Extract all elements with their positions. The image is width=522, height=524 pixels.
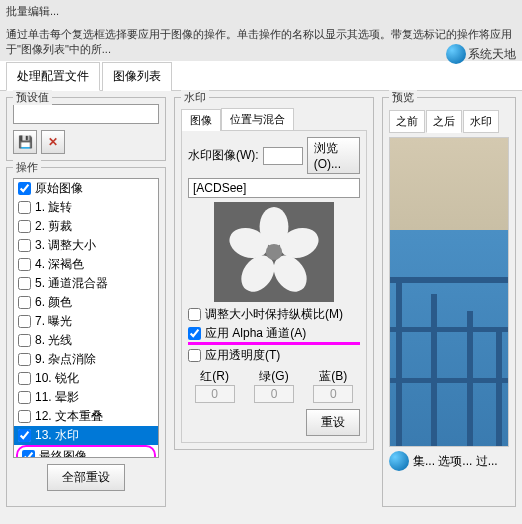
op-rotate[interactable]: 1. 旋转	[14, 198, 158, 217]
op-exposure-check[interactable]	[18, 315, 31, 328]
use-alpha-row[interactable]: 应用 Alpha 通道(A)	[188, 325, 360, 345]
flower-icon	[229, 207, 319, 297]
reset-all-button[interactable]: 全部重设	[47, 464, 125, 491]
op-noise[interactable]: 9. 杂点消除	[14, 350, 158, 369]
hint-text: 通过单击每个复选框选择要应用于图像的操作。单击操作的名称以显示其选项。带复选标记…	[0, 23, 522, 61]
op-label: 2. 剪裁	[35, 218, 72, 235]
op-rotate-check[interactable]	[18, 201, 31, 214]
use-alpha-checkbox[interactable]	[188, 327, 201, 340]
preview-tab-after[interactable]: 之后	[426, 110, 462, 133]
op-label: 9. 杂点消除	[35, 351, 96, 368]
wm-preview-thumbnail	[214, 202, 334, 302]
floppy-icon: 💾	[18, 135, 33, 149]
preview-bottom-text: 集... 选项... 过...	[413, 453, 498, 470]
op-crop[interactable]: 2. 剪裁	[14, 217, 158, 236]
use-opacity-checkbox[interactable]	[188, 349, 201, 362]
op-sharpen-check[interactable]	[18, 372, 31, 385]
tab-process-config[interactable]: 处理配置文件	[6, 62, 100, 91]
op-vignette[interactable]: 11. 晕影	[14, 388, 158, 407]
keep-ratio-checkbox[interactable]	[188, 308, 201, 321]
brand-watermark: 系统天地	[446, 44, 516, 64]
operations-fieldset: 操作 原始图像 1. 旋转 2. 剪裁 3. 调整大小 4. 深褐色 5. 通道…	[6, 167, 166, 507]
watermark-fieldset: 水印 图像 位置与混合 水印图像(W): 浏览(O)... [ACDSee]	[174, 97, 374, 450]
keep-ratio-label: 调整大小时保持纵横比(M)	[205, 306, 343, 323]
op-resize-check[interactable]	[18, 239, 31, 252]
keep-ratio-row[interactable]: 调整大小时保持纵横比(M)	[188, 306, 360, 323]
op-vignette-check[interactable]	[18, 391, 31, 404]
op-sharpen[interactable]: 10. 锐化	[14, 369, 158, 388]
rgb-row: 红(R)0 绿(G)0 蓝(B)0	[188, 368, 360, 403]
b-label: 蓝(B)	[307, 368, 360, 385]
op-noise-check[interactable]	[18, 353, 31, 366]
preset-legend: 预设值	[13, 90, 52, 105]
save-preset-button[interactable]: 💾	[13, 130, 37, 154]
preview-tab-strip: 之前 之后 水印	[389, 110, 509, 133]
wm-image-label: 水印图像(W):	[188, 147, 259, 164]
svg-point-5	[266, 244, 282, 260]
preview-image	[389, 137, 509, 447]
op-channel-check[interactable]	[18, 277, 31, 290]
op-sepia-check[interactable]	[18, 258, 31, 271]
op-original[interactable]: 原始图像	[14, 179, 158, 198]
op-label: 12. 文本重叠	[35, 408, 103, 425]
preview-legend: 预览	[389, 90, 417, 105]
operations-legend: 操作	[13, 160, 41, 175]
delete-preset-button[interactable]: ✕	[41, 130, 65, 154]
op-light-check[interactable]	[18, 334, 31, 347]
op-channel-mixer[interactable]: 5. 通道混合器	[14, 274, 158, 293]
op-color[interactable]: 6. 颜色	[14, 293, 158, 312]
preset-dropdown[interactable]	[13, 104, 159, 124]
wm-image-path-input[interactable]	[263, 147, 303, 165]
op-final-check[interactable]	[22, 450, 35, 458]
wm-tab-position[interactable]: 位置与混合	[221, 108, 294, 130]
globe-icon	[389, 451, 409, 471]
r-spinner[interactable]: 0	[195, 385, 235, 403]
op-crop-check[interactable]	[18, 220, 31, 233]
watermark-legend: 水印	[181, 90, 209, 105]
reset-watermark-button[interactable]: 重设	[306, 409, 360, 436]
delete-icon: ✕	[48, 135, 58, 149]
op-final[interactable]: 最终图像	[16, 445, 156, 458]
op-label: 13. 水印	[35, 427, 79, 444]
op-label: 11. 晕影	[35, 389, 79, 406]
use-opacity-label: 应用透明度(T)	[205, 347, 280, 364]
preview-tab-watermark[interactable]: 水印	[463, 110, 499, 133]
use-alpha-label: 应用 Alpha 通道(A)	[205, 325, 306, 342]
wm-source-dropdown[interactable]: [ACDSee]	[188, 178, 360, 198]
op-original-check[interactable]	[18, 182, 31, 195]
brand-icon	[446, 44, 466, 64]
preset-fieldset: 预设值 💾 ✕	[6, 97, 166, 161]
op-label: 5. 通道混合器	[35, 275, 108, 292]
preview-bottom-row: 集... 选项... 过...	[389, 451, 509, 471]
preview-fieldset: 预览 之前 之后 水印 集... 选项... 过...	[382, 97, 516, 507]
op-text-check[interactable]	[18, 410, 31, 423]
op-label: 10. 锐化	[35, 370, 79, 387]
tab-image-list[interactable]: 图像列表	[102, 62, 172, 91]
op-label: 8. 光线	[35, 332, 72, 349]
op-sepia[interactable]: 4. 深褐色	[14, 255, 158, 274]
operations-list: 原始图像 1. 旋转 2. 剪裁 3. 调整大小 4. 深褐色 5. 通道混合器…	[13, 178, 159, 458]
op-label: 7. 曝光	[35, 313, 72, 330]
preview-tab-before[interactable]: 之前	[389, 110, 425, 133]
g-spinner[interactable]: 0	[254, 385, 294, 403]
op-label: 最终图像	[39, 448, 87, 458]
browse-button[interactable]: 浏览(O)...	[307, 137, 360, 174]
b-spinner[interactable]: 0	[313, 385, 353, 403]
op-watermark-check[interactable]	[18, 429, 31, 442]
main-tab-strip: 处理配置文件 图像列表	[0, 61, 522, 91]
brand-text: 系统天地	[468, 46, 516, 63]
wm-tab-image[interactable]: 图像	[181, 109, 221, 131]
op-resize[interactable]: 3. 调整大小	[14, 236, 158, 255]
op-text-overlay[interactable]: 12. 文本重叠	[14, 407, 158, 426]
op-label: 4. 深褐色	[35, 256, 84, 273]
window-title-fragment: 批量编辑...	[0, 0, 522, 23]
op-exposure[interactable]: 7. 曝光	[14, 312, 158, 331]
op-light[interactable]: 8. 光线	[14, 331, 158, 350]
op-color-check[interactable]	[18, 296, 31, 309]
op-watermark[interactable]: 13. 水印	[14, 426, 158, 445]
op-label: 1. 旋转	[35, 199, 72, 216]
op-label: 原始图像	[35, 180, 83, 197]
use-opacity-row[interactable]: 应用透明度(T)	[188, 347, 360, 364]
watermark-tab-strip: 图像 位置与混合	[181, 108, 367, 131]
r-label: 红(R)	[188, 368, 241, 385]
